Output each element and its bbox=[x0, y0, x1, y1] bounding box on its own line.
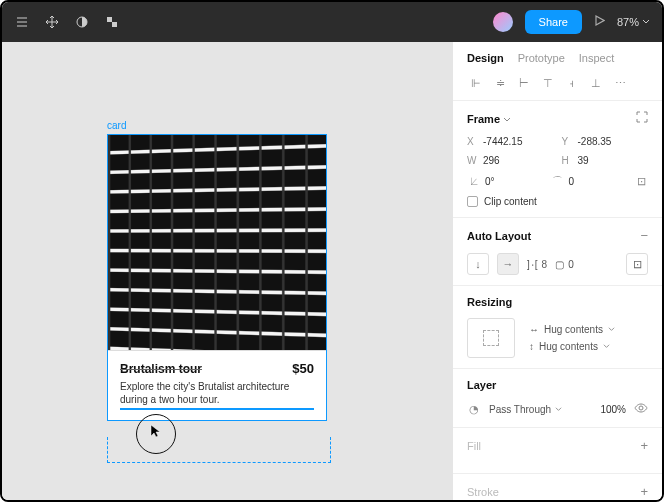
blend-mode-dropdown[interactable]: Pass Through bbox=[489, 404, 562, 415]
fit-frame-icon[interactable] bbox=[636, 111, 648, 126]
card-description[interactable]: Explore the city's Brutalist architectur… bbox=[120, 380, 314, 406]
w-value[interactable]: 296 bbox=[483, 155, 500, 166]
clip-content-checkbox[interactable] bbox=[467, 196, 478, 207]
top-toolbar: Share 87% bbox=[2, 2, 662, 42]
resize-constraint-widget[interactable] bbox=[467, 318, 515, 358]
resize-guide bbox=[107, 437, 331, 463]
frame-label[interactable]: card bbox=[107, 120, 126, 131]
y-value[interactable]: -288.35 bbox=[578, 136, 612, 147]
align-bottom-icon[interactable]: ⊥ bbox=[587, 76, 605, 90]
opacity-value[interactable]: 100% bbox=[600, 404, 626, 415]
resizing-title: Resizing bbox=[467, 296, 512, 308]
card-body: Brutalism tour $50 Explore the city's Br… bbox=[108, 350, 326, 420]
section-layer: Layer ◔ Pass Through 100% bbox=[453, 368, 662, 427]
stroke-title: Stroke bbox=[467, 486, 499, 498]
align-top-icon[interactable]: ⊤ bbox=[539, 76, 557, 90]
components-icon[interactable] bbox=[104, 14, 120, 30]
contrast-icon[interactable] bbox=[74, 14, 90, 30]
direction-horizontal-button[interactable]: → bbox=[497, 253, 519, 275]
align-center-v-icon[interactable]: ⫞ bbox=[563, 76, 581, 90]
frame-section-title[interactable]: Frame bbox=[467, 113, 511, 125]
layer-title: Layer bbox=[467, 379, 496, 391]
alignment-box-button[interactable]: ⊡ bbox=[626, 253, 648, 275]
card-frame[interactable]: Brutalism tour $50 Explore the city's Br… bbox=[107, 134, 327, 421]
y-label: Y bbox=[562, 136, 574, 147]
svg-point-3 bbox=[639, 406, 643, 410]
card-image bbox=[108, 135, 326, 350]
section-stroke: Stroke+ bbox=[453, 473, 662, 500]
clip-content-label: Clip content bbox=[484, 196, 537, 207]
radius-value[interactable]: 0 bbox=[569, 176, 575, 187]
add-stroke-icon[interactable]: + bbox=[640, 484, 648, 499]
rotation-icon: ⟀ bbox=[467, 174, 481, 188]
card-price[interactable]: $50 bbox=[292, 361, 314, 376]
h-label: H bbox=[562, 155, 574, 166]
share-button[interactable]: Share bbox=[525, 10, 582, 34]
resize-horizontal-dropdown[interactable]: ↔Hug contents bbox=[529, 324, 615, 335]
card-title[interactable]: Brutalism tour bbox=[120, 362, 202, 376]
blend-mode-icon: ◔ bbox=[467, 402, 481, 416]
align-center-h-icon[interactable]: ≑ bbox=[491, 76, 509, 90]
tab-inspect[interactable]: Inspect bbox=[579, 52, 614, 64]
canvas[interactable]: card Brutalism tour $50 Explore the city… bbox=[2, 42, 452, 500]
zoom-dropdown[interactable]: 87% bbox=[617, 16, 650, 28]
direction-vertical-button[interactable]: ↓ bbox=[467, 253, 489, 275]
svg-rect-1 bbox=[107, 17, 112, 22]
remove-auto-layout-icon[interactable]: − bbox=[640, 228, 648, 243]
rotation-value[interactable]: 0° bbox=[485, 176, 495, 187]
alignment-row: ⊩ ≑ ⊢ ⊤ ⫞ ⊥ ⋯ bbox=[453, 72, 662, 100]
resize-vertical-dropdown[interactable]: ↕Hug contents bbox=[529, 341, 615, 352]
tab-prototype[interactable]: Prototype bbox=[518, 52, 565, 64]
distribute-icon[interactable]: ⋯ bbox=[611, 76, 629, 90]
x-value[interactable]: -7442.15 bbox=[483, 136, 522, 147]
section-auto-layout: Auto Layout − ↓ → ]۰[8 ▢0 ⊡ bbox=[453, 217, 662, 285]
radius-icon: ⌒ bbox=[551, 174, 565, 188]
align-right-icon[interactable]: ⊢ bbox=[515, 76, 533, 90]
independent-corners-icon[interactable]: ⊡ bbox=[634, 174, 648, 188]
section-fill: Fill+ bbox=[453, 427, 662, 473]
auto-layout-title: Auto Layout bbox=[467, 230, 531, 242]
visibility-icon[interactable] bbox=[634, 401, 648, 417]
add-fill-icon[interactable]: + bbox=[640, 438, 648, 453]
spacing-input[interactable]: ]۰[8 bbox=[527, 259, 547, 270]
h-value[interactable]: 39 bbox=[578, 155, 589, 166]
tab-design[interactable]: Design bbox=[467, 52, 504, 64]
align-left-icon[interactable]: ⊩ bbox=[467, 76, 485, 90]
w-label: W bbox=[467, 155, 479, 166]
section-frame: Frame X-7442.15 Y-288.35 W296 H39 ⟀0° ⌒0… bbox=[453, 100, 662, 217]
x-label: X bbox=[467, 136, 479, 147]
fill-title: Fill bbox=[467, 440, 481, 452]
section-resizing: Resizing ↔Hug contents ↕Hug contents bbox=[453, 285, 662, 368]
present-icon[interactable] bbox=[594, 15, 605, 29]
avatar[interactable] bbox=[493, 12, 513, 32]
properties-panel: Design Prototype Inspect ⊩ ≑ ⊢ ⊤ ⫞ ⊥ ⋯ F… bbox=[452, 42, 662, 500]
text-selection-line bbox=[120, 408, 314, 410]
svg-rect-2 bbox=[112, 22, 117, 27]
padding-input[interactable]: ▢0 bbox=[555, 259, 574, 270]
menu-icon[interactable] bbox=[14, 14, 30, 30]
move-tool-icon[interactable] bbox=[44, 14, 60, 30]
